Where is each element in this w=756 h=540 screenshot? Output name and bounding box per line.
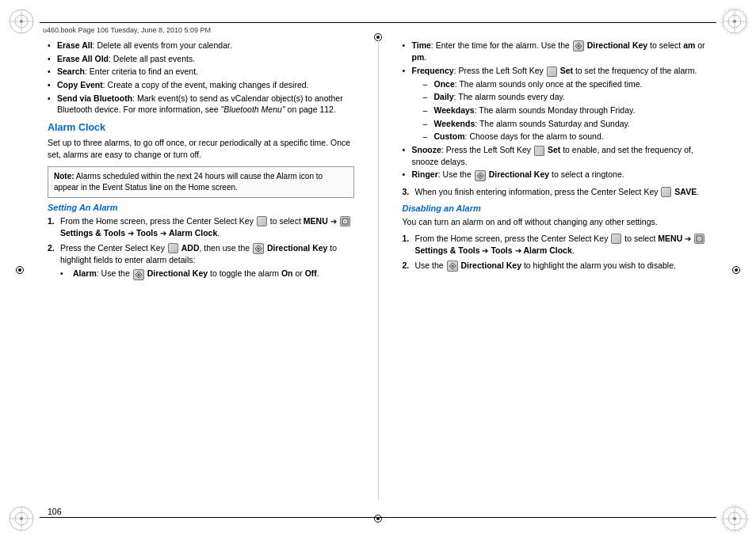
time-am: am: [683, 40, 695, 50]
column-divider: [378, 40, 379, 500]
sub-bullet-alarm: Alarm: Use the Directional Key to toggle…: [60, 268, 354, 280]
right-bullets: Time: Enter the time for the alarm. Use …: [403, 40, 709, 181]
step-2-add: ADD: [181, 243, 200, 253]
ringer-dir-key: Directional Key: [489, 169, 549, 179]
time-text: : Enter the time for the alarm. Use the …: [412, 40, 705, 62]
bullet-time: Time: Enter the time for the alarm. Use …: [403, 40, 709, 63]
disable-arrow1: ➔: [685, 234, 691, 243]
svg-point-32: [479, 174, 481, 177]
disable-step-1-num: 1.: [403, 233, 410, 245]
center-dot-bottom: [374, 515, 382, 523]
left-column: Erase All: Delete all events from your c…: [48, 40, 362, 500]
corner-decoration-bl: [6, 504, 36, 534]
bullet-erase-all-old-text: : Delete all past events.: [109, 54, 195, 63]
step-2-dir-key: Directional Key: [267, 243, 327, 253]
step-3-num: 3.: [403, 186, 410, 198]
nav-key-disable: [447, 260, 458, 272]
intro-bullets: Erase All: Delete all events from your c…: [48, 40, 354, 116]
step-2-subbullets: Alarm: Use the Directional Key to toggle…: [60, 268, 354, 280]
time-pm: pm: [412, 52, 425, 62]
freq-text: : Press the Left Soft Key Set to set the…: [454, 66, 697, 75]
note-box: Note: Alarms scheduled within the next 2…: [48, 166, 354, 198]
alarm-clock-description: Set up to three alarms, to go off once, …: [48, 137, 354, 161]
svg-point-30: [577, 45, 579, 48]
page-number: 106: [48, 507, 62, 516]
setting-alarm-subheading: Setting An Alarm: [48, 203, 354, 212]
bullet-send-bluetooth-page: on page 112.: [285, 105, 336, 114]
disable-step-1-settings: Settings & Tools: [415, 245, 480, 255]
bullet-erase-all-label: Erase All: [57, 40, 93, 50]
svg-point-28: [137, 273, 139, 276]
mid-dot-left: [16, 266, 24, 274]
header-text: u460.book Page 106 Tuesday, June 8, 2010…: [40, 26, 211, 34]
disable-step-2-dir-key: Directional Key: [461, 260, 521, 270]
sub-alarm-off: Off: [305, 268, 317, 278]
corner-decoration-tl: [6, 6, 36, 36]
center-key-icon-2: [168, 243, 178, 253]
dash-daily-text: : The alarm sounds every day.: [454, 92, 565, 101]
mid-dot-right: [732, 266, 740, 274]
disable-step-2: 2. Use the Directional Key to highlight …: [403, 260, 709, 272]
dash-once-label: Once: [434, 79, 455, 89]
bottom-line: [40, 517, 716, 518]
svg-point-35: [698, 238, 700, 240]
step-1-settings: Settings & Tools: [60, 228, 125, 238]
freq-set: Set: [560, 66, 573, 75]
ringer-text: : Use the Directional Key to select a ri…: [438, 169, 624, 179]
corner-decoration-tr: [720, 6, 750, 36]
disable-step-1-tools: Tools: [491, 245, 512, 255]
disable-step-2-num: 2.: [403, 260, 410, 272]
dash-custom: Custom: Choose days for the alarm to sou…: [423, 131, 709, 143]
disable-step-1: 1. From the Home screen, press the Cente…: [403, 233, 709, 257]
soft-key-snooze: [534, 146, 544, 156]
sub-alarm-text: : Use the Directional Key to toggle the …: [97, 268, 319, 278]
dash-weekends-text: : The alarm sounds Saturday and Sunday.: [475, 119, 630, 128]
step-1-arrow3: ➔: [160, 229, 166, 238]
nav-key-time: [573, 40, 584, 51]
svg-point-37: [451, 264, 453, 267]
svg-point-20: [733, 517, 736, 520]
disable-step-1-text: From the Home screen, press the Center S…: [415, 234, 706, 255]
dash-custom-text: : Choose days for the alarm to sound.: [465, 131, 604, 141]
bullet-copy-event: Copy Event: Create a copy of the event, …: [48, 79, 354, 91]
step-1-alarm-clock: Alarm Clock: [169, 228, 217, 238]
step-1-text: From the Home screen, press the Center S…: [60, 216, 351, 238]
svg-point-4: [20, 20, 23, 23]
step-1: 1. From the Home screen, press the Cente…: [48, 215, 354, 239]
svg-point-26: [258, 247, 260, 249]
center-key-disable-1: [611, 234, 621, 244]
settings-icon-1: [340, 216, 350, 226]
sub-alarm-label: Alarm: [73, 268, 97, 278]
nav-key-icon-step2: [253, 243, 264, 254]
corner-decoration-br: [720, 504, 750, 534]
disable-arrow2: ➔: [482, 246, 488, 255]
bullet-send-bluetooth-italic: "Bluetooth Menu": [221, 105, 285, 114]
bullet-send-bluetooth: Send via Bluetooth: Mark event(s) to sen…: [48, 93, 354, 116]
step-1-arrow1: ➔: [330, 217, 337, 226]
setting-alarm-steps: 1. From the Home screen, press the Cente…: [48, 215, 354, 280]
settings-icon-2: [694, 234, 704, 244]
dash-daily: Daily: The alarm sounds every day.: [423, 91, 709, 103]
center-key-icon-1: [257, 216, 267, 226]
dash-weekdays-text: : The alarm sounds Monday through Friday…: [475, 105, 636, 115]
bullet-copy-event-label: Copy Event: [57, 80, 103, 89]
bullet-erase-all: Erase All: Delete all events from your c…: [48, 40, 354, 51]
step-2: 2. Press the Center Select Key ADD, then…: [48, 242, 354, 280]
time-dir-key: Directional Key: [587, 40, 647, 50]
step-1-menu: MENU: [304, 216, 328, 226]
step-1-tools: Tools: [136, 228, 158, 238]
nav-key-ringer: [475, 170, 486, 181]
sub-alarm-dir-key: Directional Key: [147, 268, 208, 278]
bullet-send-bluetooth-label: Send via Bluetooth: [57, 93, 132, 103]
snooze-text: : Press the Left Soft Key Set to enable,…: [412, 145, 693, 166]
soft-key-freq: [547, 67, 557, 77]
step-2-num: 2.: [48, 242, 55, 254]
bullet-snooze: Snooze: Press the Left Soft Key Set to e…: [403, 144, 709, 167]
content-area: Erase All: Delete all events from your c…: [48, 40, 708, 500]
dash-weekdays: Weekdays: The alarm sounds Monday throug…: [423, 105, 709, 116]
step3-list: 3. When you finish entering information,…: [403, 186, 709, 198]
freq-dash-list: Once: The alarm sounds only once at the …: [423, 78, 709, 143]
bullet-copy-event-text: : Create a copy of the event, making cha…: [103, 80, 309, 89]
disabling-alarm-subheading: Disabling an Alarm: [403, 203, 709, 213]
note-text: Alarms scheduled within the next 24 hour…: [54, 172, 323, 192]
